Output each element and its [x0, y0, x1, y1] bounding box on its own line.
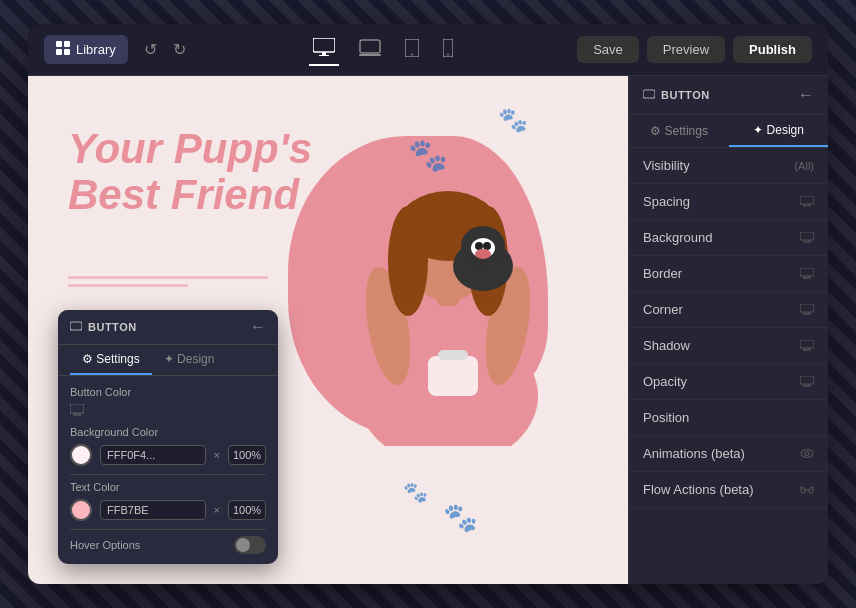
visibility-value: (All)	[794, 160, 814, 172]
divider-lines	[68, 276, 268, 292]
design-star-icon: ✦	[753, 123, 763, 137]
corner-monitor-icon	[800, 304, 814, 315]
website-canvas: 🐾 🐾 🐾 🐾 Your Pupp's Best Friend	[28, 76, 628, 584]
right-tab-settings[interactable]: ⚙ Settings	[629, 115, 729, 147]
panel-item-opacity[interactable]: Opacity	[629, 364, 828, 400]
text-color-hex-input[interactable]	[100, 500, 206, 520]
spacing-right	[800, 196, 814, 207]
background-monitor-icon	[800, 232, 814, 243]
right-panel-title-text: BUTTON	[661, 89, 710, 101]
design-icon-small: ✦	[164, 352, 174, 366]
text-color-pct-input[interactable]	[228, 500, 266, 520]
panel-item-animations[interactable]: Animations (beta)	[629, 436, 828, 472]
svg-rect-4	[313, 38, 335, 52]
flow-actions-right	[800, 484, 814, 496]
right-tab-design[interactable]: ✦ Design	[729, 115, 829, 147]
canvas-area: 🐾 🐾 🐾 🐾 Your Pupp's Best Friend	[28, 76, 828, 584]
bg-color-hex-input[interactable]	[100, 445, 206, 465]
undo-redo-group: ↺ ↻	[140, 36, 190, 63]
svg-rect-30	[428, 356, 478, 396]
svg-rect-5	[322, 52, 326, 55]
panel-item-background[interactable]: Background	[629, 220, 828, 256]
shadow-label: Shadow	[643, 338, 690, 353]
small-panel-body: Button Color Background Color ×	[58, 376, 278, 564]
spacing-monitor-icon	[800, 196, 814, 207]
hover-options-row: Hover Options	[70, 536, 266, 554]
hover-toggle[interactable]	[234, 536, 266, 554]
animations-label: Animations (beta)	[643, 446, 745, 461]
library-button[interactable]: Library	[44, 35, 128, 64]
spacing-label: Spacing	[643, 194, 690, 209]
bg-color-x: ×	[214, 449, 220, 461]
divider-2	[70, 529, 266, 530]
corner-label: Corner	[643, 302, 683, 317]
laptop-icon[interactable]	[355, 35, 385, 65]
shadow-monitor-icon	[800, 340, 814, 351]
publish-button[interactable]: Publish	[733, 36, 812, 63]
button-panel-icon	[70, 320, 82, 334]
opacity-right	[800, 376, 814, 387]
mobile-icon[interactable]	[439, 35, 457, 65]
preview-button[interactable]: Preview	[647, 36, 725, 63]
save-button[interactable]: Save	[577, 36, 639, 63]
svg-rect-2	[56, 49, 62, 55]
svg-rect-46	[800, 268, 814, 276]
settings-icon-small: ⚙	[82, 352, 93, 366]
tablet-icon[interactable]	[401, 35, 423, 65]
small-panel-tabs: ⚙ Settings ✦ Design	[58, 345, 278, 376]
hover-options-label: Hover Options	[70, 539, 140, 551]
panel-item-corner[interactable]: Corner	[629, 292, 828, 328]
bg-color-pct-input[interactable]	[228, 445, 266, 465]
paw-print-3: 🐾	[443, 501, 478, 534]
undo-button[interactable]: ↺	[140, 36, 161, 63]
svg-point-63	[805, 452, 809, 456]
svg-rect-38	[800, 196, 814, 204]
bg-color-label: Background Color	[70, 426, 266, 438]
person-photo	[328, 106, 568, 446]
monitor-icon-button-color	[70, 404, 84, 418]
panel-item-flow-actions[interactable]: Flow Actions (beta)	[629, 472, 828, 508]
bg-color-row: ×	[70, 444, 266, 466]
panel-item-visibility[interactable]: Visibility (All)	[629, 148, 828, 184]
svg-rect-32	[70, 322, 82, 330]
svg-point-27	[475, 242, 483, 250]
svg-point-10	[411, 53, 413, 55]
panel-item-position[interactable]: Position	[629, 400, 828, 436]
right-panel-header: BUTTON ←	[629, 76, 828, 115]
svg-rect-31	[438, 350, 468, 360]
button-panel-icon-right	[643, 88, 655, 102]
right-panel-back-button[interactable]: ←	[798, 86, 814, 104]
panel-item-spacing[interactable]: Spacing	[629, 184, 828, 220]
settings-gear-icon: ⚙	[650, 124, 661, 138]
small-panel-header: BUTTON ←	[58, 310, 278, 345]
svg-rect-50	[800, 304, 814, 312]
text-color-row: ×	[70, 499, 266, 521]
text-color-swatch[interactable]	[70, 499, 92, 521]
corner-right	[800, 304, 814, 315]
headline-line2: Best Friend	[68, 172, 312, 218]
svg-rect-0	[56, 41, 62, 47]
svg-rect-8	[359, 54, 381, 56]
panel-item-shadow[interactable]: Shadow	[629, 328, 828, 364]
divider-1	[70, 474, 266, 475]
animations-eye-icon	[800, 448, 814, 459]
redo-button[interactable]: ↻	[169, 36, 190, 63]
small-tab-settings[interactable]: ⚙ Settings	[70, 345, 152, 375]
right-panel-title-group: BUTTON	[643, 88, 710, 102]
svg-point-62	[801, 450, 813, 458]
animations-right	[800, 448, 814, 459]
svg-rect-7	[360, 40, 380, 53]
panel-item-border[interactable]: Border	[629, 256, 828, 292]
small-tab-design[interactable]: ✦ Design	[152, 345, 227, 375]
bg-color-swatch[interactable]	[70, 444, 92, 466]
right-panel-tabs: ⚙ Settings ✦ Design	[629, 115, 828, 148]
text-color-label: Text Color	[70, 481, 266, 493]
svg-rect-54	[800, 340, 814, 348]
border-label: Border	[643, 266, 682, 281]
svg-rect-33	[70, 404, 84, 413]
text-color-x: ×	[214, 504, 220, 516]
opacity-label: Opacity	[643, 374, 687, 389]
small-panel-back-button[interactable]: ←	[250, 318, 266, 336]
desktop-icon[interactable]	[309, 34, 339, 66]
svg-point-29	[475, 249, 491, 259]
